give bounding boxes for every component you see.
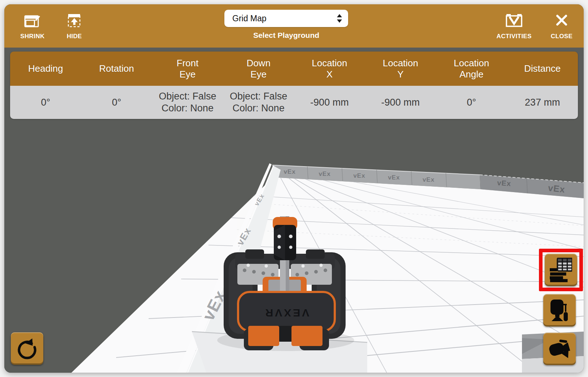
- col-header-location-y: LocationY: [365, 52, 436, 86]
- sensor-table-header: Heading Rotation FrontEye DownEye Locati…: [10, 52, 578, 86]
- col-header-location-angle: LocationAngle: [436, 52, 507, 86]
- cell-location-y: -900 mm: [365, 86, 436, 119]
- activities-button[interactable]: ACTIVITIES: [496, 4, 532, 48]
- cell-distance: 237 mm: [507, 86, 578, 119]
- cell-heading: 0°: [10, 86, 81, 119]
- playground-select-caption: Select Playground: [253, 31, 319, 40]
- col-header-distance: Distance: [507, 52, 578, 86]
- close-icon: [555, 13, 568, 28]
- col-header-heading: Heading: [10, 52, 81, 86]
- sensor-table-row: 0° 0° Object: FalseColor: None Object: F…: [10, 86, 578, 119]
- vex-wall-logo: vEx: [497, 179, 511, 188]
- col-header-front-eye: FrontEye: [152, 52, 223, 86]
- toolbar: SHRINK HIDE Grid Map Select Pl: [4, 4, 584, 48]
- sensor-dashboard-toggle-button[interactable]: [545, 254, 577, 286]
- cell-location-angle: 0°: [436, 86, 507, 119]
- robot-plate-label: VEXVR: [264, 307, 310, 319]
- robot-pen-icon: [549, 299, 570, 321]
- dashboard-icon: [550, 258, 572, 282]
- playground-select[interactable]: Grid Map: [224, 10, 348, 27]
- activities-label: ACTIVITIES: [496, 33, 532, 40]
- video-camera-icon: [548, 338, 571, 360]
- cell-location-x: -900 mm: [294, 86, 365, 119]
- col-header-down-eye: DownEye: [223, 52, 294, 86]
- activities-icon: [505, 13, 523, 28]
- vex-wall-logo: vEx: [388, 174, 400, 181]
- camera-view-button[interactable]: [543, 333, 576, 365]
- shrink-button[interactable]: SHRINK: [14, 4, 51, 48]
- reset-playground-button[interactable]: [11, 332, 43, 365]
- vex-wall-logo: vEx: [284, 168, 295, 175]
- cell-down-eye: Object: FalseColor: None: [223, 86, 294, 119]
- col-header-location-x: LocationX: [294, 52, 365, 86]
- vex-wall-logo: vEx: [353, 172, 365, 179]
- col-header-rotation: Rotation: [81, 52, 152, 86]
- robot-config-button[interactable]: [543, 294, 576, 327]
- cell-rotation: 0°: [81, 86, 152, 119]
- toolbar-right-group: ACTIVITIES CLOSE: [496, 4, 574, 48]
- playground-window: SHRINK HIDE Grid Map Select Pl: [4, 4, 584, 373]
- playground-select-group: Grid Map Select Playground: [224, 10, 348, 40]
- sensor-dashboard: Heading Rotation FrontEye DownEye Locati…: [10, 52, 578, 119]
- shrink-icon: [24, 13, 41, 28]
- dashboard-button-highlight: [539, 249, 583, 291]
- close-button[interactable]: CLOSE: [549, 4, 574, 48]
- hide-label: HIDE: [67, 33, 82, 40]
- select-arrows-icon: [337, 14, 342, 23]
- vex-wall-logo: vEx: [422, 176, 434, 183]
- hide-button[interactable]: HIDE: [56, 4, 92, 48]
- toolbar-left-group: SHRINK HIDE: [14, 4, 92, 48]
- reset-icon: [16, 337, 38, 360]
- close-label: CLOSE: [551, 33, 573, 40]
- hide-icon: [67, 13, 81, 28]
- vex-wall-logo: vEx: [319, 170, 330, 177]
- playground-select-value: Grid Map: [232, 14, 337, 23]
- cell-front-eye: Object: FalseColor: None: [152, 86, 223, 119]
- shrink-label: SHRINK: [20, 33, 45, 40]
- vex-wall-logo: vEx: [548, 183, 566, 195]
